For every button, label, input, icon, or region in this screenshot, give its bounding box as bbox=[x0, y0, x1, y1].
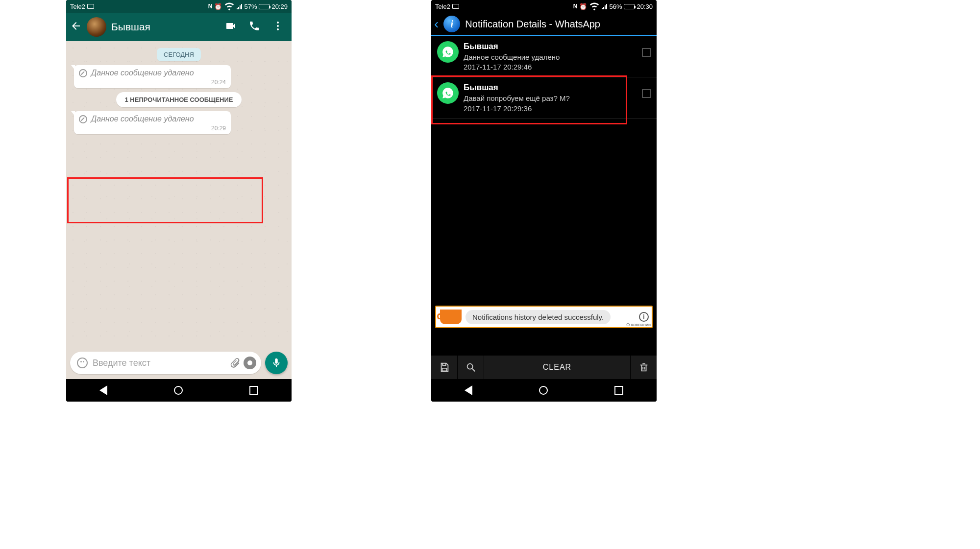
nav-recent-button[interactable] bbox=[614, 386, 623, 395]
chat-body[interactable]: СЕГОДНЯ Данное сообщение удалено 20:24 1… bbox=[66, 41, 292, 348]
message-time: 20:29 bbox=[79, 125, 226, 132]
signal-icon bbox=[237, 3, 242, 9]
nav-recent-button[interactable] bbox=[249, 386, 258, 395]
battery-icon bbox=[624, 4, 635, 9]
video-call-button[interactable] bbox=[225, 20, 237, 34]
notification-timestamp: 2017-11-17 20:29:46 bbox=[464, 62, 637, 72]
input-placeholder: Введите текст bbox=[93, 358, 150, 368]
message-time: 20:24 bbox=[79, 79, 226, 86]
emoji-icon[interactable] bbox=[77, 358, 88, 368]
wifi-icon bbox=[224, 0, 235, 13]
status-bar: Tele2 N ⏰ 56% 20:30 bbox=[431, 0, 657, 13]
annotation-highlight bbox=[67, 177, 263, 223]
nav-back-button[interactable] bbox=[465, 385, 472, 395]
checkbox[interactable] bbox=[642, 48, 651, 57]
alarm-icon: ⏰ bbox=[579, 3, 587, 10]
svg-point-2 bbox=[277, 28, 279, 30]
notification-sender: Бывшая bbox=[464, 41, 637, 52]
back-button[interactable] bbox=[70, 20, 82, 34]
svg-point-3 bbox=[467, 364, 472, 369]
prohibited-icon bbox=[79, 115, 87, 123]
clear-button[interactable]: CLEAR bbox=[484, 363, 630, 372]
notification-item[interactable]: Бывшая Давай попробуем ещё раз? М? 2017-… bbox=[431, 77, 657, 119]
clock: 20:29 bbox=[271, 3, 288, 10]
info-icon[interactable]: i bbox=[639, 312, 649, 322]
contact-name[interactable]: Бывшая bbox=[111, 21, 220, 33]
alarm-icon: ⏰ bbox=[214, 3, 222, 10]
delete-button[interactable] bbox=[630, 356, 657, 379]
notification-sender: Бывшая bbox=[464, 82, 637, 94]
whatsapp-icon bbox=[437, 41, 459, 63]
carrier-label: Tele2 bbox=[70, 3, 85, 10]
message-text: Данное сообщение удалено bbox=[91, 115, 194, 123]
signal-icon bbox=[602, 3, 607, 9]
sim-icon bbox=[452, 4, 459, 9]
search-button[interactable] bbox=[458, 356, 484, 379]
nav-home-button[interactable] bbox=[539, 386, 548, 395]
pot-icon bbox=[440, 310, 462, 324]
svg-line-4 bbox=[472, 369, 475, 372]
carrier-label: Tele2 bbox=[435, 3, 450, 10]
ad-label: О компании bbox=[626, 322, 651, 327]
input-bar: Введите текст bbox=[66, 348, 292, 379]
android-nav-bar bbox=[66, 379, 292, 402]
info-icon: i bbox=[443, 16, 460, 32]
notification-body: Давай попробуем ещё раз? М? bbox=[464, 94, 637, 103]
nfc-icon: N bbox=[573, 3, 578, 10]
bottom-toolbar: CLEAR bbox=[431, 356, 657, 379]
nfc-icon: N bbox=[208, 3, 213, 10]
notification-item[interactable]: Бывшая Данное сообщение удалено 2017-11-… bbox=[431, 36, 657, 77]
battery-pct: 57% bbox=[244, 3, 257, 10]
camera-icon[interactable] bbox=[244, 357, 256, 369]
page-title: Notification Details - WhatsApp bbox=[465, 19, 600, 30]
save-button[interactable] bbox=[431, 356, 458, 379]
notification-timestamp: 2017-11-17 20:29:36 bbox=[464, 104, 637, 114]
date-badge: СЕГОДНЯ bbox=[157, 48, 201, 61]
back-button[interactable]: ‹ bbox=[434, 17, 439, 31]
phone-notification-app: Tele2 N ⏰ 56% 20:30 ‹ i Notification Det… bbox=[431, 0, 657, 402]
sim-icon bbox=[87, 4, 94, 9]
clock: 20:30 bbox=[637, 3, 653, 10]
toast-message: Notifications history deleted successful… bbox=[466, 310, 611, 324]
message-bubble[interactable]: Данное сообщение удалено 20:29 bbox=[74, 111, 231, 134]
ad-banner[interactable]: Notifications history deleted successful… bbox=[435, 306, 653, 328]
battery-icon bbox=[259, 4, 270, 9]
app-header: ‹ i Notification Details - WhatsApp bbox=[431, 13, 657, 36]
nav-back-button[interactable] bbox=[99, 385, 107, 395]
svg-point-1 bbox=[277, 25, 279, 27]
mic-button[interactable] bbox=[265, 352, 288, 374]
android-nav-bar bbox=[431, 379, 657, 402]
message-input[interactable]: Введите текст bbox=[70, 352, 261, 374]
notification-list[interactable]: Бывшая Данное сообщение удалено 2017-11-… bbox=[431, 36, 657, 356]
message-text: Данное сообщение удалено bbox=[91, 69, 194, 77]
whatsapp-icon bbox=[437, 82, 459, 104]
checkbox[interactable] bbox=[642, 89, 651, 98]
menu-button[interactable] bbox=[272, 20, 284, 34]
voice-call-button[interactable] bbox=[248, 20, 260, 34]
svg-point-0 bbox=[277, 22, 279, 24]
wifi-icon bbox=[589, 0, 600, 13]
avatar[interactable] bbox=[87, 17, 106, 37]
battery-pct: 56% bbox=[609, 3, 622, 10]
prohibited-icon bbox=[79, 69, 87, 77]
phone-whatsapp: Tele2 N ⏰ 57% 20:29 Бывшая bbox=[66, 0, 292, 402]
unread-banner: 1 НЕПРОЧИТАННОЕ СООБЩЕНИЕ bbox=[116, 92, 242, 107]
notification-body: Данное сообщение удалено bbox=[464, 52, 637, 62]
attach-icon[interactable] bbox=[230, 358, 241, 368]
nav-home-button[interactable] bbox=[174, 386, 183, 395]
message-bubble[interactable]: Данное сообщение удалено 20:24 bbox=[74, 65, 231, 88]
chat-header: Бывшая bbox=[66, 13, 292, 41]
status-bar: Tele2 N ⏰ 57% 20:29 bbox=[66, 0, 292, 13]
